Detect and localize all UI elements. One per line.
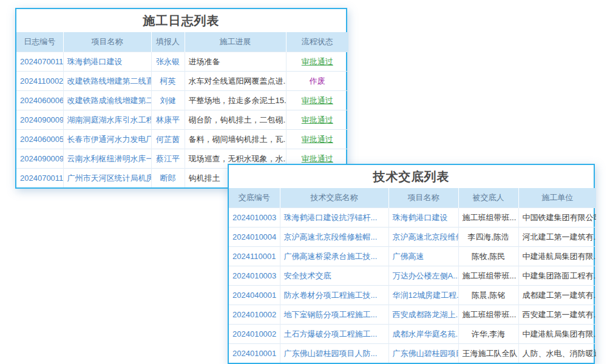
construction-unit-text: 成都建工第一建筑有... [518, 286, 596, 305]
table-row: 2024110001广佛高速桥梁承台施工技...广佛高速陈牧,陈民中建港航局集团… [229, 247, 596, 266]
project-name-link[interactable]: 湖南洞庭湖水库引水工程... [63, 110, 151, 130]
project-name-link[interactable]: 改建铁路线增建第二线直... [63, 72, 151, 91]
disclosure-name-link[interactable]: 广佛高速桥梁承台施工技... [280, 247, 388, 266]
disclosure-name-link[interactable]: 地下室钢筋分项工程施工... [280, 305, 388, 325]
column-header-reporter: 填报人 [151, 32, 185, 52]
workflow-status-text[interactable]: 审批通过 [286, 91, 348, 110]
log-id-link[interactable]: 2024090009 [16, 149, 63, 169]
construction-log-title: 施工日志列表 [16, 9, 346, 32]
table-row: 2024090009湖南洞庭湖水库引水工程...林康平砌台阶，钩机排土，二包砌.… [16, 110, 348, 130]
receiver-text: 王海施工队全队 [458, 344, 518, 363]
column-header-project: 项目名称 [388, 188, 458, 208]
project-name-link[interactable]: 广东佛山碧桂园项目 [388, 344, 458, 363]
receiver-text: 许华,李海 [458, 325, 518, 344]
reporter-link[interactable]: 柯英 [151, 72, 185, 91]
construction-log-card: 施工日志列表 日志编号项目名称填报人施工进展流程状态 2024070011珠海鹤… [15, 8, 347, 189]
project-name-link[interactable]: 广佛高速 [388, 247, 458, 266]
construction-unit-text: 中建港航局集团有限... [518, 325, 596, 344]
receiver-text: 施工班组带班... [458, 266, 518, 286]
project-name-link[interactable]: 长春市伊通河水力发电厂... [63, 130, 151, 149]
project-name-link[interactable]: 西安成都路龙湖上... [388, 305, 458, 325]
workflow-status-text[interactable]: 审批通过 [286, 130, 348, 149]
disclosure-id-link[interactable]: 2024110001 [229, 247, 280, 266]
disclosure-name-link[interactable]: 安全技术交底 [280, 266, 388, 286]
table-row: 2024010002土石方爆破分项工程施工...成都水岸华庭名苑...许华,李海… [229, 325, 596, 344]
table-row: 2024010002地下室钢筋分项工程施工...西安成都路龙湖上...施工班组带… [229, 305, 596, 325]
project-name-link[interactable]: 广州市天河区统计局机房... [63, 169, 151, 188]
receiver-text: 施工班组带班... [458, 208, 518, 228]
table-row: 2024010003珠海鹤港口建设抗浮锚杆...珠海鹤港口建设施工班组带班...… [229, 208, 596, 228]
column-header-status: 流程状态 [286, 32, 348, 52]
progress-text: 备料，砌间墙钩机排土，瓦... [185, 130, 286, 149]
project-name-link[interactable]: 京沪高速北京段维修 [388, 228, 458, 247]
table-row: 2024060006改建铁路成渝线增建第二...刘健平整场地，拉走多余泥土15.… [16, 91, 348, 110]
table-row: 2024060005长春市伊通河水力发电厂...何芷茵备料，砌间墙钩机排土，瓦.… [16, 130, 348, 149]
column-header-receiver: 被交底人 [458, 188, 518, 208]
progress-text: 平整场地，拉走多余泥土15... [185, 91, 286, 110]
disclosure-name-link[interactable]: 广东佛山碧桂园项目人防... [280, 344, 388, 363]
log-id-link[interactable]: 2024110002 [16, 72, 63, 91]
progress-text: 砌台阶，钩机排土，二包砌... [185, 110, 286, 130]
log-id-link[interactable]: 2024070011 [16, 52, 63, 72]
workflow-status-text: 作废 [286, 72, 348, 91]
project-name-link[interactable]: 珠海鹤港口建设 [388, 208, 458, 228]
disclosure-name-link[interactable]: 土石方爆破分项工程施工... [280, 325, 388, 344]
disclosure-id-link[interactable]: 2024010002 [229, 305, 280, 325]
table-row: 2024010003安全技术交底万达办公楼左侧A...施工班组带班...中建集团… [229, 266, 596, 286]
construction-unit-text: 中国铁建集团有限公司 [518, 208, 596, 228]
tech-disclosure-card: 技术交底列表 交底编号技术交底名称项目名称被交底人施工单位 2024010003… [228, 164, 595, 364]
project-name-link[interactable]: 成都水岸华庭名苑... [388, 325, 458, 344]
project-name-link[interactable]: 珠海鹤港口建设 [63, 52, 151, 72]
reporter-link[interactable]: 刘健 [151, 91, 185, 110]
reporter-link[interactable]: 蔡江平 [151, 149, 185, 169]
disclosure-id-link[interactable]: 2024010001 [229, 344, 280, 363]
log-id-link[interactable]: 2024070011 [16, 169, 63, 188]
disclosure-name-link[interactable]: 防水卷材分项工程施工技... [280, 286, 388, 305]
construction-unit-text: 中建港航局集团有限... [518, 247, 596, 266]
construction-unit-text: 中建集团路面工程有... [518, 266, 596, 286]
table-row: 2024110002改建铁路线增建第二线直...柯英水车对全线遮阳网覆盖点进..… [16, 72, 348, 91]
progress-text: 进场准备 [185, 52, 286, 72]
project-name-link[interactable]: 华润12城房建工程... [388, 286, 458, 305]
reporter-link[interactable]: 断郎 [151, 169, 185, 188]
table-row: 2024010001广东佛山碧桂园项目人防...广东佛山碧桂园项目王海施工队全队… [229, 344, 596, 363]
workflow-status-text[interactable]: 审批通过 [286, 52, 348, 72]
tech-disclosure-title: 技术交底列表 [229, 165, 594, 188]
column-header-name: 技术交底名称 [280, 188, 388, 208]
disclosure-id-link[interactable]: 2024010002 [229, 325, 280, 344]
receiver-text: 陈晨,陈铭 [458, 286, 518, 305]
tech-disclosure-header-row: 交底编号技术交底名称项目名称被交底人施工单位 [229, 188, 596, 208]
column-header-id: 日志编号 [16, 32, 63, 52]
disclosure-id-link[interactable]: 2024040001 [229, 286, 280, 305]
receiver-text: 施工班组带班... [458, 305, 518, 325]
project-name-link[interactable]: 万达办公楼左侧A... [388, 266, 458, 286]
column-header-project: 项目名称 [63, 32, 151, 52]
table-row: 2024010004京沪高速北京段维修桩帽...京沪高速北京段维修李四海,陈浩河… [229, 228, 596, 247]
reporter-link[interactable]: 林康平 [151, 110, 185, 130]
log-id-link[interactable]: 2024060006 [16, 91, 63, 110]
progress-text: 水车对全线遮阳网覆盖点进... [185, 72, 286, 91]
disclosure-name-link[interactable]: 京沪高速北京段维修桩帽... [280, 228, 388, 247]
disclosure-id-link[interactable]: 2024010003 [229, 208, 280, 228]
disclosure-id-link[interactable]: 2024010003 [229, 266, 280, 286]
log-id-link[interactable]: 2024090009 [16, 110, 63, 130]
tech-disclosure-table: 交底编号技术交底名称项目名称被交底人施工单位 2024010003珠海鹤港口建设… [229, 188, 596, 363]
table-row: 2024040001防水卷材分项工程施工技...华润12城房建工程...陈晨,陈… [229, 286, 596, 305]
project-name-link[interactable]: 改建铁路成渝线增建第二... [63, 91, 151, 110]
construction-unit-text: 人防、水电、消防暖通 [518, 344, 596, 363]
table-row: 2024070011珠海鹤港口建设张永银进场准备审批通过 [16, 52, 348, 72]
construction-log-header-row: 日志编号项目名称填报人施工进展流程状态 [16, 32, 348, 52]
disclosure-id-link[interactable]: 2024010004 [229, 228, 280, 247]
column-header-id: 交底编号 [229, 188, 280, 208]
project-name-link[interactable]: 云南水利枢纽潜明水库一... [63, 149, 151, 169]
column-header-progress: 施工进展 [185, 32, 286, 52]
construction-unit-text: 河北建工第一建筑有... [518, 228, 596, 247]
construction-unit-text: 西安建工第一建筑有... [518, 305, 596, 325]
receiver-text: 陈牧,陈民 [458, 247, 518, 266]
reporter-link[interactable]: 张永银 [151, 52, 185, 72]
reporter-link[interactable]: 何芷茵 [151, 130, 185, 149]
disclosure-name-link[interactable]: 珠海鹤港口建设抗浮锚杆... [280, 208, 388, 228]
log-id-link[interactable]: 2024060005 [16, 130, 63, 149]
workflow-status-text[interactable]: 审批通过 [286, 110, 348, 130]
column-header-unit: 施工单位 [518, 188, 596, 208]
